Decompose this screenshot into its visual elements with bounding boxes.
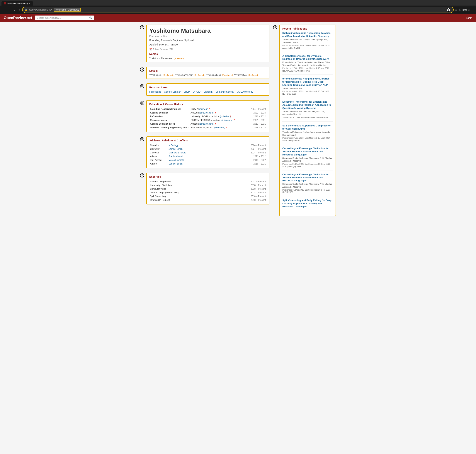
- email-1: ****@uci.edu (Confirmed): [149, 74, 173, 76]
- email-2: ****@amazon.com (Confirmed): [175, 74, 205, 76]
- calendar-icon: 📅: [149, 48, 152, 51]
- pub-title-2[interactable]: A Transformer Model for Symbolic Regress…: [282, 54, 333, 61]
- pub-item-6: Cross-Lingual Knowledge Distillation for…: [282, 147, 333, 170]
- menu-icon[interactable]: ⋮: [472, 8, 475, 12]
- table-row: Applied Scientist Intern Amazon (amazon.…: [149, 122, 267, 126]
- advisor-period-2: 2024 – Present: [221, 147, 267, 151]
- org-4: OMRON SINIC X Corporation (sinicx.com) 📍: [190, 118, 246, 122]
- email-4: ****@spiffy.ai (Confirmed): [234, 74, 259, 76]
- pub-authors-2: Florian Lalande, Yoshitomo Matsubara, Na…: [282, 61, 333, 67]
- active-tab[interactable]: Yoshitomo Matsubara | ✕: [1, 1, 33, 6]
- refresh-button[interactable]: ↺: [13, 8, 17, 12]
- org-6: Slice Technologies, Inc. (slice.com) 📍: [190, 126, 246, 129]
- app-logo: OpenReview.net: [4, 16, 32, 20]
- table-row: Coworker Sameer Singh 2024 – Present: [149, 147, 267, 151]
- home-button[interactable]: ⌂: [18, 8, 21, 12]
- link-acl-anthology[interactable]: ACL Anthology: [237, 91, 253, 93]
- preferred-badge: (Preferred): [174, 57, 184, 60]
- pub-item-2: A Transformer Model for Symbolic Regress…: [282, 54, 333, 75]
- pub-title-5[interactable]: SC2 Benchmark: Supervised Compression fo…: [282, 124, 333, 130]
- advisors-table: Coworker Iz Beltagy 2024 – Present Cowor…: [149, 144, 267, 166]
- tab-close-button[interactable]: ✕: [29, 2, 31, 5]
- advisor-role-6: Advisor: [149, 162, 168, 166]
- pub-meta-4: 28 Mar 2023 OpenReview Archive Direct Up…: [282, 116, 333, 119]
- pub-title-8[interactable]: Split Computing and Early Exiting for De…: [282, 199, 333, 208]
- expertise-2: Knowledge Distillation: [149, 183, 225, 187]
- names-title: Names: [149, 53, 267, 55]
- login-button[interactable]: Login: [466, 16, 472, 19]
- pub-title-7[interactable]: Cross-Lingual Knowledge Distillation for…: [282, 173, 333, 182]
- org-1: Spiffy AI (spiffy.ai) 📍: [190, 107, 246, 111]
- link-dblp[interactable]: DBLP: [184, 91, 190, 93]
- pub-title-6[interactable]: Cross-Lingual Knowledge Distillation for…: [282, 147, 333, 156]
- advisor-role-2: Coworker: [149, 147, 168, 151]
- advisors-section: Advisors, Relations & Conflicts Coworker…: [146, 136, 269, 168]
- period-1: 2024 – Present: [246, 107, 267, 111]
- table-row: Computer Vision 2018 – Present: [149, 187, 267, 191]
- advisor-name-3[interactable]: Matthew E Peters: [168, 151, 221, 155]
- star-icon[interactable]: ☆: [455, 8, 457, 12]
- emails-section: Emails ****@uci.edu (Confirmed), ****@am…: [146, 67, 269, 79]
- expertise-6: Information Retrieval: [149, 198, 225, 202]
- role-1: Founding Research Engineer: [149, 107, 190, 111]
- advisor-name-2[interactable]: Sameer Singh: [168, 147, 221, 151]
- link-linkedin[interactable]: LinkedIn: [203, 91, 213, 93]
- period-3: 2016 – 2022: [246, 115, 267, 118]
- advisor-name-5[interactable]: Marco Levorato: [168, 158, 221, 162]
- table-row: PhD student University of California, Ir…: [149, 115, 267, 118]
- personal-links-section: Personal Links Homepage Google Scholar D…: [146, 83, 269, 96]
- forward-button[interactable]: →: [7, 8, 11, 12]
- new-tab-button[interactable]: +: [33, 2, 37, 6]
- app-header: OpenReview.net Search OpenReview... 🔍 Lo…: [0, 14, 476, 22]
- advisor-role-4: Advisor: [149, 155, 168, 158]
- pub-item-1: Rethinking Symbolic Regression Datasets …: [282, 32, 333, 52]
- search-icon: 🔍: [89, 16, 92, 19]
- pub-item-4: Ensemble Transformer for Efficient and A…: [282, 100, 333, 121]
- expertise-period-5: 2018 – Present: [225, 195, 267, 198]
- url-highlight: ~Yoshitomo_Matsubara1: [54, 8, 81, 12]
- period-5: 2019 – 2021: [246, 122, 267, 126]
- table-row: Coworker Iz Beltagy 2024 – Present: [149, 144, 267, 147]
- advisor-period-4: 2021 – 2022: [221, 155, 267, 158]
- logo-openreview: OpenReview: [4, 16, 26, 20]
- incognito-label: Incognito (3): [459, 9, 470, 11]
- circle-annotation-7: ⑦: [140, 173, 144, 177]
- pub-accepted-2: NeurIPS2023-AI4Science Oral: [282, 70, 333, 72]
- expertise-title: Expertise: [149, 175, 267, 178]
- circle-annotation-8: ⑧: [273, 25, 277, 29]
- expertise-period-4: 2018 – Present: [225, 191, 267, 195]
- address-bar[interactable]: 🔒 openview.net/profile?id=~Yoshitomo_Mat…: [22, 7, 454, 13]
- tab-title: Yoshitomo Matsubara |: [7, 2, 28, 4]
- advisor-name-1[interactable]: Iz Beltagy: [168, 144, 221, 147]
- role-4: Research Intern: [149, 118, 190, 122]
- pub-authors-6: Shivanshu Gupta, Yoshitomo Matsubara, An…: [282, 157, 333, 162]
- nav-extras: ☆ Incognito (3) ⋮: [455, 8, 475, 12]
- pub-title-4[interactable]: Ensemble Transformer for Efficient and A…: [282, 100, 333, 110]
- email-1-status: (Confirmed): [163, 74, 173, 76]
- expertise-3: Computer Vision: [149, 187, 225, 191]
- profile-title2: Applied Scientist, Amazon: [149, 43, 267, 46]
- back-button[interactable]: ←: [1, 8, 6, 12]
- links-grid: Homepage Google Scholar DBLP ORCID Linke…: [149, 91, 267, 93]
- link-semantic-scholar[interactable]: Semantic Scholar: [216, 91, 234, 93]
- link-google-scholar[interactable]: Google Scholar: [164, 91, 181, 93]
- link-homepage[interactable]: Homepage: [149, 91, 161, 93]
- role-3: PhD student: [149, 115, 190, 118]
- pub-authors-1: Yoshitomo Matsubara, Naoya Chiba, Ryo Ig…: [282, 38, 333, 44]
- advisor-name-4[interactable]: Stephan Mandt: [168, 155, 221, 158]
- advisor-name-6[interactable]: Sameer Singh: [168, 162, 221, 166]
- profile-title1: Founding Research Engineer, Spiffy AI: [149, 38, 267, 42]
- pub-title-1[interactable]: Rethinking Symbolic Regression Datasets …: [282, 32, 333, 38]
- period-4: 2021 – 2021: [246, 118, 267, 122]
- pub-accepted-5: Accepted by TMLR: [282, 139, 333, 142]
- pub-title-3[interactable]: torchdistill Meets Hugging Face Librarie…: [282, 77, 333, 87]
- search-bar[interactable]: Search OpenReview... 🔍: [35, 15, 94, 20]
- career-table: Founding Research Engineer Spiffy AI (sp…: [149, 107, 267, 129]
- table-row: Coworker Matthew E Peters 2024 – Present: [149, 151, 267, 155]
- pub-authors-4: Yoshitomo Matsubara, Luca Soldaini, Eric…: [282, 110, 333, 116]
- table-row: Symbolic Regression 2021 – Present: [149, 180, 267, 183]
- expertise-period-3: 2018 – Present: [225, 187, 267, 191]
- preferred-name-row: Yoshitomo Matsubara (Preferred): [149, 57, 267, 60]
- table-row: Research Intern OMRON SINIC X Corporatio…: [149, 118, 267, 122]
- link-orcid[interactable]: ORCID: [193, 91, 201, 93]
